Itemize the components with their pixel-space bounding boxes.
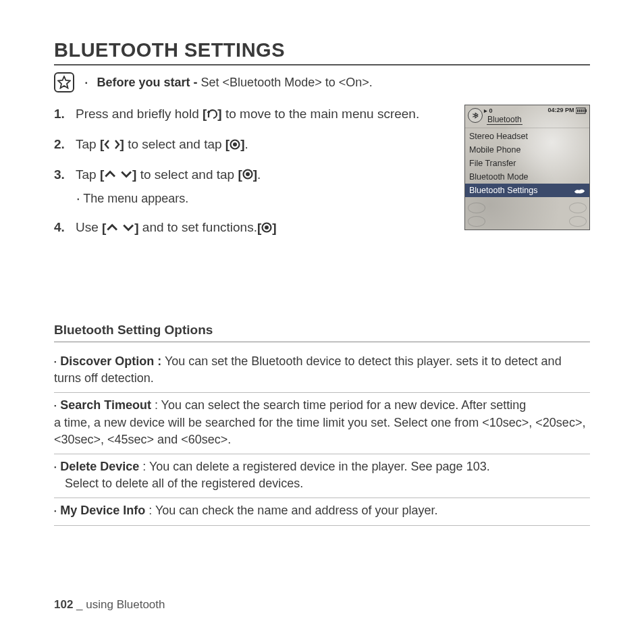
device-footer-decor	[465, 198, 589, 230]
prestart-text: Before you start - Set <Bluetooth Mode> …	[85, 76, 373, 90]
step-item: 2.Tap [ ] to select and tap [].	[54, 135, 452, 155]
device-menu-item: Stereo Headset	[465, 130, 589, 143]
ud-icon: [ ]	[102, 219, 139, 238]
option-item: Search Timeout : You can select the sear…	[54, 393, 590, 454]
steps-list: 1.Press and briefly hold [] to move to t…	[54, 105, 452, 248]
step-item: 4.Use [ ] and to set functions.[]	[54, 218, 452, 238]
device-menu-item: Bluetooth Mode	[465, 170, 589, 184]
step-item: 1.Press and briefly hold [] to move to t…	[54, 105, 452, 124]
device-menu-item: Bluetooth Settings	[465, 184, 589, 197]
dot-icon: []	[257, 219, 277, 238]
page-footer: 102 _ using Bluetooth	[54, 598, 165, 612]
step-item: 3.Tap [ ] to select and tap [].The menu …	[54, 165, 452, 208]
hand-cursor-icon	[573, 186, 585, 194]
bluetooth-icon	[468, 108, 483, 123]
dot-icon: []	[238, 165, 257, 184]
options-heading: Bluetooth Setting Options	[54, 323, 590, 342]
back-icon: []	[203, 105, 222, 124]
ud-icon: [ ]	[100, 165, 137, 184]
option-item: Discover Option : You can set the Blueto…	[54, 349, 590, 393]
option-item: My Device Info : You can check the name …	[54, 498, 590, 525]
dot-icon: []	[225, 135, 245, 154]
device-header: Bluetooth	[487, 115, 522, 125]
option-item: Delete Device : You can delete a registe…	[54, 454, 590, 498]
lr-icon: [ ]	[100, 135, 124, 154]
device-status-left: ▸ 0	[484, 107, 493, 114]
page-title: BLUETOOTH SETTINGS	[54, 39, 590, 65]
device-screenshot: ▸ 0 04:29 PM Bluetooth Stereo HeadsetMob…	[464, 105, 590, 230]
device-status-right: 04:29 PM	[547, 107, 587, 115]
options-list: Discover Option : You can set the Blueto…	[54, 349, 590, 526]
step-subnote: The menu appears.	[77, 190, 452, 207]
prestart-row: Before you start - Set <Bluetooth Mode> …	[54, 72, 590, 92]
star-icon	[54, 72, 74, 92]
device-menu-item: Mobile Phone	[465, 143, 589, 157]
device-menu-item: File Transfer	[465, 157, 589, 170]
device-menu-list: Stereo HeadsetMobile PhoneFile TransferB…	[465, 128, 589, 198]
